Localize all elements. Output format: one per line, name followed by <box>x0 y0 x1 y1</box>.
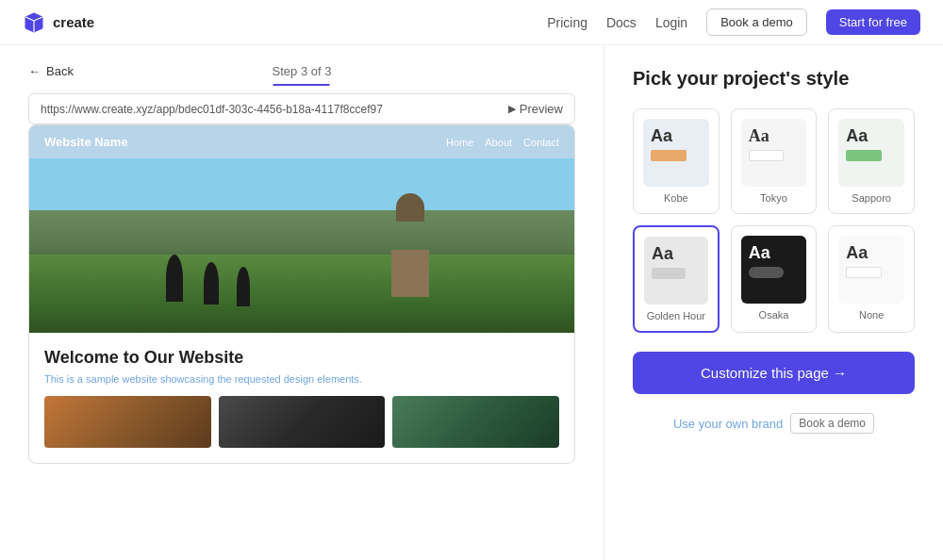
style-preview-none: Aa <box>838 236 904 304</box>
preview-play-icon: ▶ <box>508 103 516 115</box>
style-preview-sapporo: Aa <box>838 119 904 187</box>
style-bar-tokyo <box>749 150 785 161</box>
bottom-demo-link[interactable]: Book a demo <box>790 413 874 434</box>
back-arrow-icon: ← <box>28 64 41 78</box>
preview-page-title: Welcome to Our Website <box>44 348 559 368</box>
section-title: Pick your project's style <box>633 68 915 90</box>
style-aa-osaka: Aa <box>749 243 770 263</box>
preview-hero-image <box>29 158 574 333</box>
customize-button[interactable]: Customize this page → <box>633 352 915 394</box>
customize-label: Customize this page → <box>701 365 847 381</box>
preview-content: Welcome to Our Website This is a sample … <box>29 333 574 463</box>
style-preview-tokyo: Aa <box>741 119 807 187</box>
church-silhouette <box>382 193 438 269</box>
style-card-golden-hour[interactable]: Aa Golden Hour <box>633 225 720 333</box>
preview-nav-contact: Contact <box>523 137 559 148</box>
style-card-sapporo[interactable]: Aa Sapporo <box>828 108 915 214</box>
style-bar-none <box>846 267 882 278</box>
preview-nav-home: Home <box>446 137 473 148</box>
main-content: ← Back Step 3 of 3 https://www.create.xy… <box>0 45 943 560</box>
preview-site-header: Website Name Home About Contact <box>29 125 574 158</box>
right-panel: Pick your project's style Aa Kobe Aa Tok… <box>604 45 943 560</box>
grass-element <box>29 255 574 333</box>
nav-pricing[interactable]: Pricing <box>547 15 587 30</box>
step-indicator: Step 3 of 3 <box>273 64 332 86</box>
preview-page-subtitle: This is a sample website showcasing the … <box>44 373 559 385</box>
person-silhouette-1 <box>166 255 183 302</box>
preview-label: Preview <box>520 102 563 116</box>
style-name-none: None <box>838 309 904 321</box>
step-label: Step 3 of 3 <box>273 64 332 78</box>
start-free-button[interactable]: Start for free <box>826 9 920 35</box>
style-card-osaka[interactable]: Aa Osaka <box>731 225 818 333</box>
style-bar-sapporo <box>846 150 882 161</box>
header: create Pricing Docs Login Book a demo St… <box>0 0 943 45</box>
preview-img-1 <box>44 396 211 448</box>
step-progress-line <box>273 84 330 86</box>
preview-img-3 <box>392 396 559 448</box>
style-aa-none: Aa <box>846 243 868 263</box>
style-bar-kobe <box>651 150 687 161</box>
style-name-sapporo: Sapporo <box>838 192 904 204</box>
style-preview-kobe: Aa <box>643 119 709 187</box>
style-bar-golden-hour <box>652 268 686 279</box>
person-silhouette-3 <box>237 267 250 306</box>
style-name-tokyo: Tokyo <box>741 192 807 204</box>
style-name-golden-hour: Golden Hour <box>644 310 708 321</box>
website-preview: Website Name Home About Contact <box>28 124 575 464</box>
preview-nav-about: About <box>485 137 512 148</box>
style-name-kobe: Kobe <box>643 192 709 204</box>
brand-link[interactable]: Use your own brand <box>673 417 783 431</box>
left-panel: ← Back Step 3 of 3 https://www.create.xy… <box>0 45 604 560</box>
top-nav: Pricing Docs Login Book a demo Start for… <box>547 8 920 36</box>
hero-landscape <box>29 158 574 333</box>
preview-site-name: Website Name <box>44 135 128 149</box>
style-aa-golden-hour: Aa <box>652 244 673 264</box>
style-card-none[interactable]: Aa None <box>828 225 915 333</box>
style-grid: Aa Kobe Aa Tokyo Aa Sapporo <box>633 108 915 333</box>
logo-text: create <box>53 14 94 30</box>
style-aa-tokyo: Aa <box>749 126 769 146</box>
style-card-kobe[interactable]: Aa Kobe <box>633 108 720 214</box>
book-demo-button[interactable]: Book a demo <box>706 8 807 36</box>
style-aa-kobe: Aa <box>651 126 672 146</box>
style-card-tokyo[interactable]: Aa Tokyo <box>731 108 818 214</box>
url-text: https://www.create.xyz/app/bdec01df-303c… <box>41 103 383 116</box>
preview-button[interactable]: ▶ Preview <box>508 102 563 116</box>
style-preview-osaka: Aa <box>741 236 807 304</box>
bottom-links: Use your own brand Book a demo <box>633 413 915 434</box>
logo: create <box>23 11 94 34</box>
url-bar: https://www.create.xyz/app/bdec01df-303c… <box>28 93 575 124</box>
person-silhouette-2 <box>204 262 219 305</box>
preview-image-gallery <box>44 396 559 448</box>
style-aa-sapporo: Aa <box>846 126 868 146</box>
back-label: Back <box>46 64 74 78</box>
style-name-osaka: Osaka <box>741 309 807 321</box>
nav-docs[interactable]: Docs <box>606 15 637 30</box>
preview-nav: Home About Contact <box>446 137 559 148</box>
nav-login[interactable]: Login <box>655 15 687 30</box>
logo-icon <box>23 11 45 34</box>
style-preview-golden-hour: Aa <box>644 237 708 305</box>
preview-img-2 <box>219 396 386 448</box>
style-bar-osaka <box>749 267 785 278</box>
